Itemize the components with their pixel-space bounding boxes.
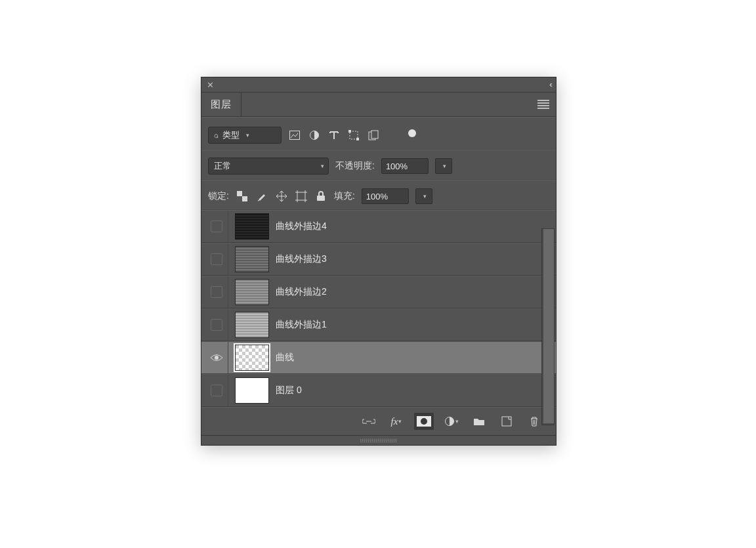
opacity-chevron[interactable]: ▾: [435, 158, 452, 174]
svg-rect-12: [317, 196, 325, 201]
add-mask-icon[interactable]: [414, 413, 434, 430]
lock-artboard-icon[interactable]: [295, 190, 308, 203]
layer-name[interactable]: 图层 0: [276, 385, 302, 396]
close-icon[interactable]: ✕: [207, 81, 214, 89]
chevron-down-icon: ▾: [246, 132, 249, 138]
new-adjustment-icon[interactable]: ▾: [442, 413, 461, 430]
lock-position-icon[interactable]: [275, 190, 288, 203]
filter-pixel-icon[interactable]: [288, 129, 301, 142]
fill-label: 填充:: [334, 190, 355, 202]
visibility-toggle[interactable]: [205, 342, 228, 373]
fill-value: 100%: [366, 192, 388, 201]
svg-rect-17: [502, 417, 511, 426]
svg-rect-0: [290, 131, 300, 140]
layer-thumbnail[interactable]: [235, 279, 269, 305]
new-layer-icon[interactable]: [497, 413, 516, 430]
resize-grip[interactable]: [201, 435, 556, 445]
search-icon: ⌕: [214, 131, 219, 140]
svg-rect-7: [237, 191, 242, 196]
panel-titlebar: ✕ ‹‹: [201, 77, 556, 93]
layer-list: 曲线外描边4曲线外描边3曲线外描边2曲线外描边1曲线图层 0: [201, 210, 556, 407]
svg-point-15: [421, 418, 427, 425]
layer-thumbnail[interactable]: [235, 246, 269, 272]
lock-row: 锁定: 填充: 100% ▾: [201, 180, 556, 210]
filter-shape-icon[interactable]: [347, 129, 360, 142]
visibility-toggle[interactable]: [205, 211, 228, 242]
layer-name[interactable]: 曲线: [276, 352, 294, 364]
layer-row[interactable]: 曲线外描边3: [201, 243, 556, 276]
svg-rect-8: [242, 196, 247, 201]
svg-rect-9: [242, 191, 247, 196]
filter-kind-label: 类型: [222, 129, 240, 141]
filter-kind-dropdown[interactable]: ⌕ 类型 ▾: [208, 127, 282, 144]
svg-point-13: [215, 356, 219, 360]
fill-chevron[interactable]: ▾: [415, 188, 432, 204]
filter-toggle[interactable]: [405, 129, 418, 142]
new-group-icon[interactable]: [469, 413, 489, 430]
blend-row: 正常 ▾ 不透明度: 100% ▾: [201, 150, 556, 180]
visibility-toggle[interactable]: [205, 309, 228, 341]
layer-name[interactable]: 曲线外描边1: [276, 319, 327, 331]
layer-thumbnail[interactable]: [235, 312, 269, 338]
chevron-down-icon: ▾: [321, 163, 324, 169]
layers-panel: ✕ ‹‹ 图层 ⌕ 类型 ▾: [201, 77, 556, 446]
filter-row: ⌕ 类型 ▾: [201, 117, 556, 150]
layer-name[interactable]: 曲线外描边4: [276, 221, 327, 232]
layer-thumbnail[interactable]: [235, 213, 269, 240]
blend-mode-value: 正常: [214, 160, 231, 172]
panel-tabbar: 图层: [201, 93, 556, 117]
panel-menu-icon[interactable]: [537, 100, 549, 109]
layer-row[interactable]: 图层 0: [201, 374, 556, 407]
lock-label: 锁定:: [208, 190, 229, 202]
layer-thumbnail[interactable]: [235, 345, 269, 371]
svg-rect-6: [371, 131, 378, 138]
opacity-field[interactable]: 100%: [381, 158, 429, 174]
layer-row[interactable]: 曲线外描边4: [201, 211, 556, 243]
filter-adjustment-icon[interactable]: [308, 129, 321, 142]
svg-rect-4: [356, 138, 359, 140]
layer-row[interactable]: 曲线外描边1: [201, 308, 556, 341]
scrollbar-thumb[interactable]: [543, 229, 554, 423]
visibility-toggle[interactable]: [205, 243, 228, 275]
layer-name[interactable]: 曲线外描边3: [276, 253, 327, 265]
opacity-value: 100%: [386, 161, 408, 171]
filter-smart-icon[interactable]: [367, 129, 380, 142]
visibility-toggle[interactable]: [205, 276, 228, 308]
link-layers-icon[interactable]: [359, 413, 379, 430]
collapse-icon[interactable]: ‹‹: [549, 80, 551, 89]
svg-rect-11: [297, 192, 305, 200]
layer-fx-icon[interactable]: fx▾: [387, 413, 406, 430]
fill-field[interactable]: 100%: [362, 188, 409, 204]
svg-rect-3: [348, 130, 351, 133]
lock-all-icon[interactable]: [314, 190, 327, 203]
opacity-label: 不透明度:: [335, 160, 375, 172]
lock-transparent-icon[interactable]: [236, 190, 249, 203]
lock-paint-icon[interactable]: [255, 190, 268, 203]
layer-row[interactable]: 曲线: [201, 341, 556, 374]
tab-layers[interactable]: 图层: [201, 93, 242, 116]
layer-row[interactable]: 曲线外描边2: [201, 276, 556, 308]
filter-type-icon[interactable]: [327, 129, 341, 142]
chevron-down-icon: ▾: [423, 193, 427, 200]
panel-footer: fx▾ ▾: [201, 407, 556, 435]
chevron-down-icon: ▾: [443, 163, 446, 169]
svg-rect-10: [237, 196, 242, 201]
layer-thumbnail[interactable]: [235, 377, 269, 404]
blend-mode-dropdown[interactable]: 正常 ▾: [208, 158, 329, 175]
visibility-toggle[interactable]: [205, 375, 228, 406]
layer-name[interactable]: 曲线外描边2: [276, 286, 327, 298]
